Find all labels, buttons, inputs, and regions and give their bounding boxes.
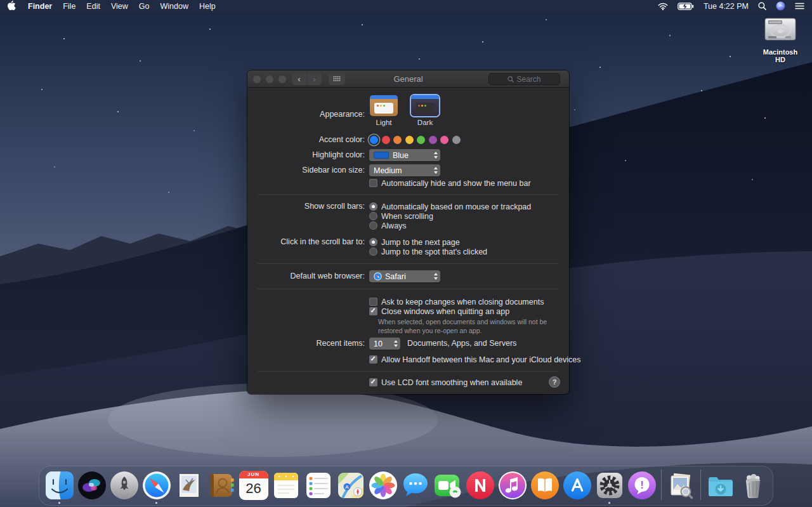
sidebar-icon-size-select[interactable]: Medium — [369, 164, 440, 176]
dock-news[interactable] — [464, 466, 496, 505]
menu-bar: Finder File Edit View Go Window Help Tue… — [0, 0, 812, 12]
zoom-button[interactable] — [278, 76, 286, 83]
default-browser-select[interactable]: Safari — [369, 270, 440, 282]
menubar-app-name[interactable]: Finder — [28, 2, 52, 11]
accent-yellow[interactable] — [405, 136, 414, 144]
scrollclick-option-page: Jump to the next page — [369, 237, 460, 247]
ask-keep-checkbox[interactable] — [369, 298, 377, 306]
menu-help[interactable]: Help — [199, 2, 216, 11]
radio-always[interactable] — [369, 221, 377, 230]
hard-drive-icon — [763, 36, 798, 46]
dock-facetime[interactable] — [431, 466, 464, 505]
appearance-option-dark[interactable] — [411, 95, 439, 116]
popup-stepper-icon — [431, 152, 438, 159]
dock-notes[interactable] — [270, 466, 302, 505]
accent-red[interactable] — [382, 136, 390, 144]
highlight-color-select[interactable]: Blue — [369, 149, 440, 161]
radio-spot-clicked[interactable] — [369, 247, 377, 256]
radio-auto[interactable] — [369, 202, 377, 211]
dock-books[interactable] — [528, 466, 561, 505]
dock-separator — [661, 470, 662, 500]
accent-graphite[interactable] — [452, 136, 461, 144]
radio-when-scrolling[interactable] — [369, 212, 377, 220]
appearance-option-light[interactable] — [370, 95, 398, 116]
dock-reminders[interactable] — [302, 466, 334, 505]
window-titlebar[interactable]: ‹ › General Search — [247, 70, 569, 88]
dock-finder[interactable] — [43, 466, 75, 505]
wifi-icon[interactable] — [658, 3, 668, 10]
dock-messages[interactable] — [399, 466, 431, 505]
recent-items-select[interactable]: 10 — [369, 338, 400, 350]
search-input[interactable]: Search — [488, 73, 560, 85]
divider — [258, 289, 559, 289]
menu-window[interactable]: Window — [160, 2, 188, 11]
help-button[interactable]: ? — [549, 376, 560, 388]
recent-items-suffix: Documents, Apps, and Servers — [407, 339, 516, 348]
handoff-checkbox[interactable] — [369, 355, 377, 364]
dock-photos[interactable] — [367, 466, 399, 505]
popup-stepper-icon — [431, 167, 438, 174]
dock-maps[interactable]: A — [334, 466, 367, 505]
spotlight-search-icon[interactable] — [758, 2, 766, 10]
close-windows-note: When selected, open documents and window… — [378, 318, 551, 336]
accent-orange[interactable] — [393, 136, 402, 144]
close-button[interactable] — [253, 76, 261, 83]
dock-app-store[interactable] — [561, 466, 593, 505]
svg-text:A: A — [345, 484, 349, 490]
appearance-light-label: Light — [370, 119, 398, 126]
apple-logo-icon[interactable] — [8, 1, 16, 12]
accent-green[interactable] — [417, 136, 425, 144]
calendar-day: 26 — [239, 478, 268, 499]
close-windows-checkbox[interactable] — [369, 307, 377, 315]
dock-preview[interactable] — [665, 466, 697, 505]
dock-mail[interactable] — [173, 466, 205, 505]
accent-color-swatches — [370, 136, 461, 144]
default-browser-label: Default web browser: — [247, 272, 365, 280]
dock-feedback-assistant[interactable]: ! — [625, 466, 658, 505]
dock: JUN 26 A — [39, 466, 773, 506]
dock-trash[interactable] — [737, 466, 769, 505]
lcd-smoothing-checkbox[interactable] — [369, 378, 377, 386]
menu-go[interactable]: Go — [139, 2, 150, 11]
menubar-clock[interactable]: Tue 4:22 PM — [704, 2, 749, 11]
notification-center-icon[interactable] — [795, 3, 804, 10]
dock-launchpad[interactable] — [108, 466, 140, 505]
dock-calendar[interactable]: JUN 26 — [237, 466, 270, 505]
show-scrollbars-label: Show scroll bars: — [247, 202, 365, 211]
minimize-button[interactable] — [266, 76, 273, 83]
radio-next-page[interactable] — [369, 238, 377, 246]
scrollbars-option-auto: Automatically based on mouse or trackpad — [369, 202, 531, 211]
browser-value: Safari — [385, 272, 406, 281]
menu-edit[interactable]: Edit — [86, 2, 100, 11]
menu-file[interactable]: File — [63, 2, 75, 11]
safari-icon — [374, 272, 382, 280]
forward-icon[interactable]: › — [307, 73, 322, 85]
scrollbars-option-scrolling: When scrolling — [369, 211, 433, 221]
dock-contacts[interactable] — [205, 466, 237, 505]
dock-siri[interactable] — [75, 466, 108, 505]
popup-stepper-icon — [431, 273, 438, 280]
siri-icon[interactable] — [776, 1, 785, 11]
back-icon[interactable]: ‹ — [292, 73, 306, 85]
hide-menubar-checkbox[interactable] — [369, 179, 377, 187]
handoff-row: Allow Handoff between this Mac and your … — [369, 355, 581, 364]
accent-pink[interactable] — [440, 136, 449, 144]
sidebar-size-value: Medium — [374, 166, 402, 175]
window-title: General — [343, 70, 474, 88]
svg-text:!: ! — [640, 479, 644, 491]
desktop-icon-macintosh-hd[interactable]: Macintosh HD — [757, 15, 803, 63]
accent-purple[interactable] — [429, 136, 437, 144]
accent-blue[interactable] — [370, 136, 378, 144]
scrollbars-option-always: Always — [369, 221, 407, 230]
calendar-month: JUN — [239, 471, 268, 478]
highlight-color-label: Highlight color: — [247, 150, 365, 159]
menu-view[interactable]: View — [111, 2, 128, 11]
dock-system-preferences[interactable] — [593, 466, 625, 505]
dock-itunes[interactable] — [496, 466, 528, 505]
search-icon — [508, 76, 514, 82]
battery-charging-icon[interactable] — [678, 3, 694, 10]
appearance-label: Appearance: — [247, 110, 365, 119]
scrollclick-label: Click in the scroll bar to: — [247, 237, 365, 246]
dock-safari[interactable] — [140, 466, 173, 505]
dock-downloads-folder[interactable] — [704, 466, 737, 505]
